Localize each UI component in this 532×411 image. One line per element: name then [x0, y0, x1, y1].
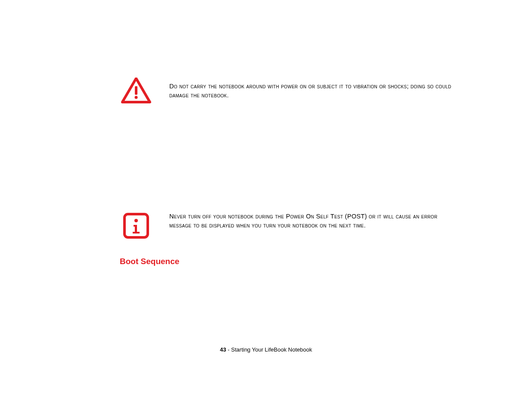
warning-callout: Do not carry the notebook around with po… — [120, 78, 460, 104]
svg-rect-0 — [135, 86, 137, 95]
info-callout: Never turn off your notebook during the … — [120, 212, 460, 240]
svg-point-1 — [134, 96, 137, 99]
footer-separator: - — [226, 346, 231, 353]
warning-text: Do not carry the notebook around with po… — [169, 78, 460, 100]
info-icon-wrapper — [120, 212, 152, 240]
warning-icon-wrapper — [120, 78, 152, 104]
section-heading: Boot Sequence — [120, 257, 460, 266]
warning-icon — [121, 78, 151, 104]
info-text: Never turn off your notebook during the … — [169, 212, 460, 230]
page-content: Do not carry the notebook around with po… — [120, 78, 460, 266]
svg-point-3 — [134, 219, 138, 222]
page-footer: 43 - Starting Your LifeBook Notebook — [0, 346, 532, 353]
page-number: 43 — [220, 346, 226, 353]
chapter-title: Starting Your LifeBook Notebook — [231, 346, 312, 353]
info-icon — [122, 212, 150, 240]
